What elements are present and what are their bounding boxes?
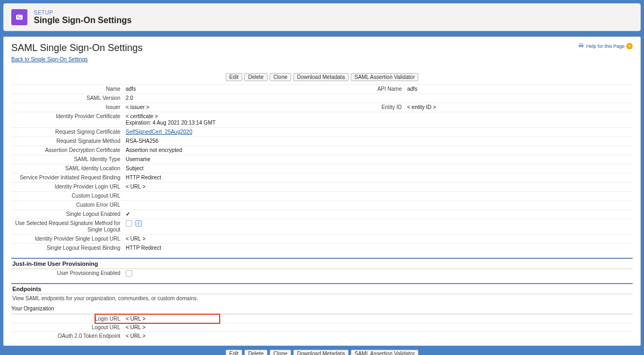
req-sign-cert-link[interactable]: SelfSignedCert_25Aug2020	[126, 129, 192, 135]
clone-button[interactable]: Clone	[270, 350, 291, 355]
sso-card-icon	[11, 9, 27, 25]
help-icon: ?	[626, 43, 633, 49]
check-icon	[126, 211, 130, 217]
button-row-top: Edit Delete Clone Download Metadata SAML…	[11, 73, 633, 81]
label-login-url: Login URL	[11, 314, 124, 323]
label-idp-login-url: Identity Provider Login URL	[11, 182, 124, 191]
endpoint-grid: Login URL < URL > Logout URL < URL > OAu…	[11, 314, 633, 340]
page-title: SAML Single Sign-On Settings	[11, 42, 142, 54]
label-single-logout-enabled: Single Logout Enabled	[11, 209, 124, 219]
svg-rect-2	[17, 18, 21, 18]
value-idp-cert: < certificate > Expiration: 4 Aug 2021 2…	[124, 112, 351, 127]
info-icon[interactable]: i	[135, 220, 142, 227]
print-icon	[578, 42, 584, 50]
value-api-name: adfs	[405, 84, 633, 93]
checkbox-unchecked-icon	[126, 270, 132, 277]
header-eyebrow: SETUP	[34, 10, 132, 16]
label-name: Name	[11, 84, 124, 93]
checkbox-unchecked-icon	[126, 220, 132, 227]
label-idp-slo-url: Identity Provider Single Logout URL	[11, 234, 124, 243]
label-idp-cert: Identity Provider Certificate	[11, 112, 124, 127]
label-jit-enabled: User Provisioning Enabled	[11, 269, 124, 278]
label-custom-logout: Custom Logout URL	[11, 191, 124, 200]
label-oauth: OAuth 2.0 Token Endpoint	[11, 331, 124, 340]
value-custom-logout	[124, 191, 351, 200]
help-link[interactable]: Help for this Page ?	[578, 42, 633, 50]
saml-validator-button[interactable]: SAML Assertion Validator	[351, 73, 418, 81]
endpoints-description: View SAML endpoints for your organizatio…	[11, 294, 633, 305]
label-saml-version: SAML Version	[11, 93, 124, 103]
value-issuer: < issuer >	[124, 103, 351, 112]
page-header: SETUP Single Sign-On Settings	[3, 3, 641, 31]
label-entity-id: Entity ID	[351, 103, 405, 112]
label-saml-id-loc: SAML Identity Location	[11, 164, 124, 173]
value-req-sig-method: RSA-SHA256	[124, 136, 351, 146]
value-name: adfs	[124, 84, 351, 93]
label-slo-binding: Single Logout Request Binding	[11, 243, 124, 252]
value-logout-url: < URL >	[124, 323, 633, 331]
help-text: Help for this Page	[586, 44, 625, 49]
value-slo-binding: HTTP Redirect	[124, 243, 351, 252]
value-use-selected-sig: i	[124, 219, 351, 234]
value-jit-enabled	[124, 269, 351, 278]
value-single-logout-enabled	[124, 209, 351, 219]
delete-button[interactable]: Delete	[244, 350, 267, 355]
value-saml-id-loc: Subject	[124, 164, 351, 173]
download-metadata-button[interactable]: Download Metadata	[293, 350, 349, 355]
label-req-sig-method: Request Signature Method	[11, 136, 124, 146]
label-api-name: API Name	[351, 84, 405, 93]
edit-button[interactable]: Edit	[226, 350, 242, 355]
label-logout-url: Logout URL	[11, 323, 124, 331]
value-oauth: < URL >	[124, 331, 633, 340]
header-title: Single Sign-On Settings	[34, 16, 132, 25]
value-custom-error	[124, 200, 351, 209]
download-metadata-button[interactable]: Download Metadata	[293, 73, 349, 81]
value-sp-binding: HTTP Redirect	[124, 173, 351, 182]
value-login-url: < URL >	[124, 314, 633, 323]
button-row-bottom: Edit Delete Clone Download Metadata SAML…	[11, 350, 633, 355]
label-assert-decrypt: Assertion Decryption Certificate	[11, 146, 124, 155]
value-idp-login-url: < URL >	[124, 182, 351, 191]
label-saml-id-type: SAML Identity Type	[11, 155, 124, 164]
label-sp-binding: Service Provider Initiated Request Bindi…	[11, 173, 124, 182]
back-link[interactable]: Back to Single Sign-On Settings	[11, 56, 88, 62]
idp-cert-line2: Expiration: 4 Aug 2021 20:13:14 GMT	[126, 120, 215, 126]
value-assert-decrypt: Assertion not encrypted	[124, 146, 351, 155]
value-saml-id-type: Username	[124, 155, 351, 164]
edit-button[interactable]: Edit	[226, 73, 242, 81]
clone-button[interactable]: Clone	[270, 73, 291, 81]
value-saml-version: 2.0	[124, 93, 351, 103]
value-req-sign-cert: SelfSignedCert_25Aug2020	[124, 127, 351, 136]
endpoints-your-org: Your Organization	[11, 305, 633, 314]
detail-grid: Name adfs API Name adfs SAML Version 2.0…	[11, 84, 633, 252]
section-jit-header: Just-in-time User Provisioning	[11, 258, 633, 269]
label-custom-error: Custom Error URL	[11, 200, 124, 209]
label-issuer: Issuer	[11, 103, 124, 112]
svg-rect-1	[17, 16, 18, 17]
value-idp-slo-url: < URL >	[124, 234, 351, 243]
label-use-selected-sig: Use Selected Request Signature Method fo…	[11, 219, 124, 234]
label-req-sign-cert: Request Signing Certificate	[11, 127, 124, 136]
svg-rect-0	[16, 15, 23, 20]
saml-validator-button[interactable]: SAML Assertion Validator	[351, 350, 418, 355]
idp-cert-line1: < certificate >	[126, 113, 158, 119]
delete-button[interactable]: Delete	[244, 73, 267, 81]
section-endpoints-header: Endpoints	[11, 283, 633, 294]
value-entity-id: < entity ID >	[405, 103, 633, 112]
content-card: SAML Single Sign-On Settings Back to Sin…	[3, 37, 641, 346]
